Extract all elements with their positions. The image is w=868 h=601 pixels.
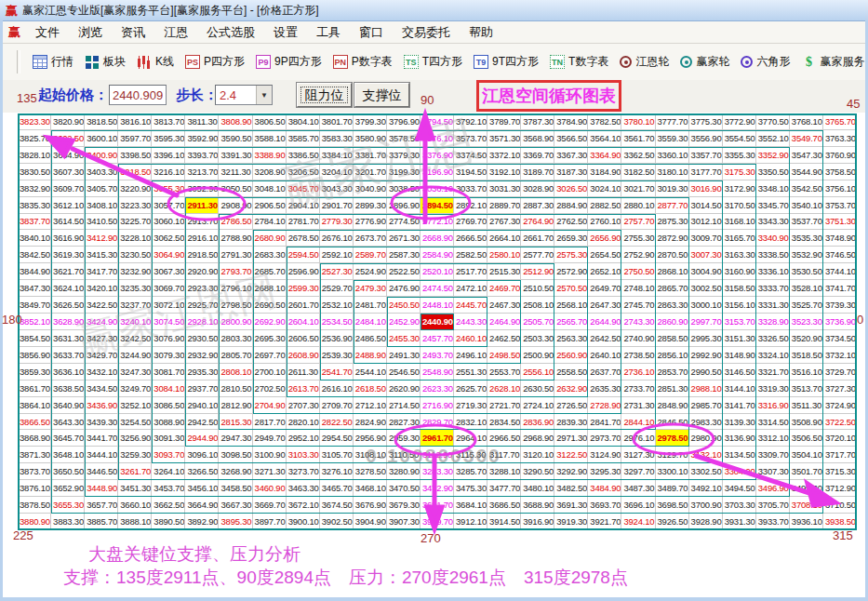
grid-cell: 3002.50: [689, 280, 723, 297]
toolbar-button-赢家轮[interactable]: 赢家轮: [674, 52, 735, 72]
toolbar-button-9P四方形[interactable]: P99P四方形: [250, 52, 327, 72]
start-price-input[interactable]: [109, 85, 167, 105]
grid-cell: 3525.70: [790, 297, 823, 314]
grid-cell: 2683.30: [253, 247, 287, 263]
grid-cell: 2606.50: [287, 330, 320, 347]
grid-cell: 2980.90: [689, 430, 723, 447]
grid-cell: 3254.50: [118, 414, 152, 431]
grid-cell: 3432.10: [85, 364, 118, 381]
grid-cell: 2822.50: [320, 414, 354, 431]
grid-cell: 2676.10: [320, 230, 354, 247]
grid-cell: 3808.90: [219, 114, 252, 130]
grid-cell: 2940.10: [185, 397, 219, 414]
grid-cell: 2726.50: [554, 397, 588, 414]
grid-cell: 3799.30: [354, 114, 387, 130]
grid-cell: 3415.30: [85, 247, 118, 263]
menu-item-资讯[interactable]: 资讯: [112, 22, 154, 43]
menu-item-窗口[interactable]: 窗口: [350, 22, 393, 43]
grid-cell: 3451.30: [118, 480, 152, 497]
grid-cell: 2908.90: [219, 197, 252, 214]
grid-cell: 3439.30: [85, 414, 118, 431]
grid-cell: 3585.70: [287, 130, 320, 147]
toolbar-button-六角形[interactable]: 六角形: [735, 52, 795, 72]
menu-logo-icon: 赢: [8, 26, 20, 38]
toolbar-label: T数字表: [568, 54, 608, 70]
grid-cell: 2452.90: [387, 314, 421, 330]
grid-cell: 2839.30: [554, 414, 588, 431]
toolbar-button-T数字表[interactable]: TNT数字表: [544, 52, 614, 72]
menu-item-浏览[interactable]: 浏览: [69, 22, 112, 43]
grid-cell: 3633.70: [51, 347, 85, 364]
grid-cell: 3549.70: [790, 130, 823, 147]
grid-cell: 3220.90: [118, 180, 152, 197]
grid-cell: 3667.30: [219, 497, 252, 514]
grid-cell: 3928.90: [689, 514, 723, 530]
grid-cell: 3868.90: [18, 430, 51, 447]
grid-cell: 3674.50: [320, 497, 354, 514]
grid-cell: 2702.50: [253, 381, 287, 397]
grid-cell: 3547.30: [790, 147, 823, 164]
menu-item-江恩[interactable]: 江恩: [154, 22, 197, 43]
toolbar-button-行情[interactable]: 行情: [27, 52, 79, 72]
grid-cell: 3352.90: [756, 147, 790, 164]
grid-cell: 3355.30: [723, 147, 756, 164]
grid-cell: 2467.30: [487, 297, 521, 314]
hexagon-icon: [741, 56, 753, 68]
grid-cell: 2656.90: [588, 230, 621, 247]
toolbar-button-江恩轮[interactable]: 江恩轮: [614, 52, 674, 72]
grid-cell: 3470.50: [387, 480, 421, 497]
toolbar-button-K线[interactable]: K线: [131, 52, 180, 72]
toolbar-button-P四方形[interactable]: PSP四方形: [180, 52, 250, 72]
grid-cell: 2810.50: [219, 381, 252, 397]
grid-cell: 3796.90: [387, 114, 421, 130]
grid-cell: 2911.30: [185, 197, 219, 214]
grid-cell: 3540.10: [790, 197, 823, 214]
menu-item-工具[interactable]: 工具: [307, 22, 350, 43]
toolbar-button-T四方形[interactable]: TST四方形: [398, 52, 468, 72]
grid-cell: 2865.70: [656, 280, 689, 297]
grid-cell: 2491.30: [387, 347, 421, 364]
toolbar-button-9T四方形[interactable]: T99T四方形: [468, 52, 544, 72]
support-button[interactable]: 支撑位: [354, 83, 409, 107]
grid-cell: 3441.70: [85, 430, 118, 447]
grid-cell: 2659.30: [554, 230, 588, 247]
grid-cell: 2925.70: [185, 297, 219, 314]
menu-item-交易委托[interactable]: 交易委托: [393, 22, 460, 43]
grid-cell: 2587.30: [387, 247, 421, 263]
grid-cell: 3662.50: [152, 497, 185, 514]
grid-cell: 3436.90: [85, 397, 118, 414]
menu-item-设置[interactable]: 设置: [264, 22, 307, 43]
angle-label-315: 315: [833, 528, 853, 542]
grid-cell: 3408.10: [85, 197, 118, 214]
menu-item-文件[interactable]: 文件: [26, 22, 69, 43]
grid-cell: 3024.10: [588, 180, 621, 197]
grid-cell: 3000.10: [689, 297, 723, 314]
menu-item-帮助[interactable]: 帮助: [460, 22, 502, 43]
grid-cell: 2776.90: [354, 214, 387, 231]
grid-cell: 3300.10: [656, 463, 689, 480]
grid-cell: 2884.90: [554, 197, 588, 214]
toolbar-button-赢家服务[interactable]: $赢家服务: [795, 52, 868, 72]
menu-item-公式选股[interactable]: 公式选股: [197, 22, 264, 43]
grid-cell: 3595.30: [152, 130, 185, 147]
chevron-down-icon[interactable]: ▼: [256, 86, 272, 104]
grid-cell: 3480.10: [521, 480, 554, 497]
grid-cell: 3016.90: [689, 180, 723, 197]
step-combobox[interactable]: 2.4 ▼: [215, 85, 273, 105]
grid-cell: 3348.10: [756, 180, 790, 197]
toolbar-label: P数字表: [352, 54, 393, 70]
grid-cell: 3069.70: [152, 280, 185, 297]
toolbar-button-P数字表[interactable]: PNP数字表: [327, 52, 398, 72]
grid-cell: 2448.10: [421, 297, 454, 314]
grid-cell: 2642.50: [588, 330, 621, 347]
grid-cell: 3676.90: [354, 497, 387, 514]
grid-cell: 3201.70: [354, 164, 387, 180]
resistance-button[interactable]: 阻力位: [297, 83, 352, 107]
grid-cell: 3909.70: [421, 514, 454, 530]
grid-cell: 3276.10: [320, 463, 354, 480]
grid-cell: 2916.10: [185, 230, 219, 247]
toolbar-button-板块[interactable]: 板块: [79, 52, 131, 72]
grid-cell: 3535.30: [790, 230, 823, 247]
grid-cell: 3247.30: [118, 364, 152, 381]
grid-cell: 3859.30: [18, 364, 51, 381]
